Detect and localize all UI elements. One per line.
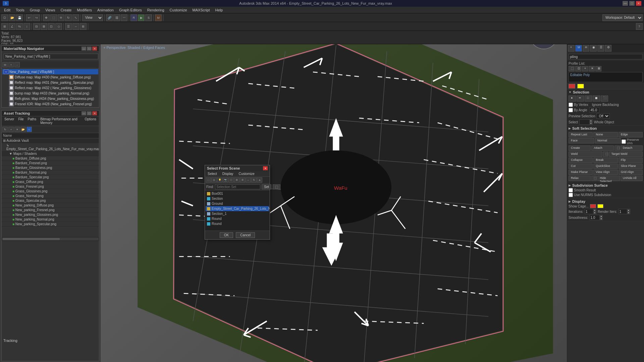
tree-item-root[interactable]: V New_Parking_mat [ VRayMtl ] (2, 69, 98, 74)
select-region-btn[interactable]: ⬚ (50, 14, 57, 21)
show-cage-swatch1[interactable] (590, 204, 596, 208)
dialog-cancel-btn[interactable]: Cancel (236, 232, 255, 238)
table-row[interactable]: ↳ Empty_Street_Car_Parking_26_Lots_New_F… (2, 143, 99, 152)
mirror-btn[interactable]: ↔ (72, 23, 79, 30)
scene-viewport[interactable]: WaFu (101, 44, 567, 362)
rp-tab-hierarchy[interactable]: H (583, 45, 589, 52)
minimize-btn[interactable]: — (623, 1, 628, 6)
reference-coord-dropdown[interactable]: View World Screen (82, 14, 103, 21)
workspace-dropdown[interactable]: Workspace: Default (602, 14, 643, 21)
table-row[interactable]: ■ New_parking_Specular.png Found (2, 222, 99, 227)
display-header[interactable]: ▶ Display (569, 199, 643, 204)
attach-list-btn[interactable]: ⬚ (614, 145, 620, 151)
border-btn[interactable]: □ (585, 96, 592, 102)
list-item[interactable]: Box001 (206, 191, 269, 196)
table-row[interactable]: ■ Bardure_Glossiness.png Found (2, 166, 99, 170)
menu-group[interactable]: Group (27, 7, 43, 13)
dialog-tb-9[interactable]: ⇅ (251, 177, 257, 183)
iterations-input[interactable] (585, 209, 593, 214)
by-vertex-input[interactable] (569, 103, 573, 107)
table-row[interactable]: ■ Grass_Specular.png Found (2, 198, 99, 203)
by-vertex-checkbox[interactable]: By Vertex Ignore Backfacing (569, 103, 643, 107)
asset-menu-paths[interactable]: Paths (26, 117, 39, 125)
asset-tb-5[interactable]: V (26, 127, 32, 132)
preserve-uvs-check[interactable]: Preserve UVs (622, 138, 643, 145)
menu-animation[interactable]: Animation (95, 7, 116, 13)
asset-scroll[interactable]: Name Status ⊞ Autodesk Vault Logged... ↳… (2, 133, 99, 237)
list-item[interactable]: Ground (206, 201, 269, 206)
table-row[interactable]: ■ Grass_Fresnel.png Found (2, 184, 99, 189)
repeat-last-btn[interactable]: Repeat Last (569, 132, 593, 137)
menu-modifiers[interactable]: Modifiers (74, 7, 95, 13)
relax-settings-btn[interactable]: ⬚ (591, 176, 597, 181)
rp-tab-utilities[interactable]: ⚙ (605, 45, 611, 52)
matmap-search-input[interactable] (4, 54, 98, 59)
snap-toggle-btn[interactable]: ⊞ (1, 23, 8, 30)
weld-btn[interactable]: Weld (569, 152, 602, 157)
table-row[interactable]: ■ New_parking_Glossines.png Found (2, 213, 99, 217)
rotate-btn[interactable]: ↻ (65, 14, 72, 21)
matmap-navigator-titlebar[interactable]: Material/Map Navigator — □ ✕ (2, 46, 99, 52)
quickslice-btn[interactable]: QuickSlice (593, 164, 618, 169)
dialog-filter-set-btn[interactable]: Set (262, 184, 271, 189)
close-btn[interactable]: ✕ (636, 1, 641, 6)
render-iters-down[interactable]: ▼ (627, 212, 630, 214)
named-sel-btn[interactable]: ☰ (65, 23, 72, 30)
list-item[interactable]: Round (206, 216, 269, 221)
edge-btn[interactable]: ━ (577, 96, 584, 102)
menu-maxscript[interactable]: MAXScript (190, 7, 213, 13)
asset-tb-1[interactable]: ↻ (2, 127, 8, 132)
tree-item-refr[interactable]: ⬜ Refr.gloss: Map #434 (New_parking_Glos… (2, 96, 98, 101)
dialog-tb-8[interactable]: ↔ (246, 177, 251, 183)
preview-dropdown[interactable]: Off Sub Multi (596, 113, 610, 119)
table-row[interactable]: ■ Grass_Glossines.png Found (2, 189, 99, 194)
move-btn[interactable]: ✛ (58, 14, 64, 21)
table-row[interactable]: ■ New_parking_Normal.png Found (2, 217, 99, 222)
attach-btn[interactable]: Attach (591, 145, 613, 151)
angle-value-input[interactable] (589, 107, 599, 113)
maximize-btn[interactable]: □ (629, 1, 635, 6)
by-angle-checkbox[interactable]: By Angle (569, 107, 643, 113)
matmap-restore-btn[interactable]: □ (87, 47, 92, 51)
list-item[interactable]: Empty_Street_Car_Parking_26_Lots_New_Fur (206, 206, 269, 211)
object-color-swatch[interactable] (569, 84, 575, 88)
target-weld-btn[interactable]: Target Weld (609, 152, 643, 157)
asset-menu-server[interactable]: Server (2, 117, 16, 125)
material-editor-btn[interactable]: M (155, 14, 162, 21)
quick-align-btn[interactable]: ⊠ (41, 23, 47, 30)
redo-btn[interactable]: ↪ (33, 14, 40, 21)
subdiv-header[interactable]: ▶ Subdivision Surface (569, 183, 643, 188)
asset-minimize-btn[interactable]: — (82, 111, 86, 115)
render-btn[interactable]: ▶ (138, 14, 145, 21)
dialog-tb-4[interactable]: 📷 (223, 177, 228, 183)
asset-close-btn[interactable]: ✕ (92, 111, 97, 115)
table-row[interactable]: ■ Grass_Normal.png Found (2, 194, 99, 198)
cut-btn[interactable]: Cut (569, 164, 593, 169)
rp-tab-create[interactable]: + (568, 45, 575, 52)
place-highlight-btn[interactable]: ◇ (55, 23, 62, 30)
asset-restore-btn[interactable]: □ (87, 111, 92, 115)
table-row[interactable]: ■ Grass_Diffuse.png Found (2, 180, 99, 184)
undo-btn[interactable]: ↩ (26, 14, 33, 21)
break-btn[interactable]: Break (593, 158, 618, 163)
table-row[interactable]: ■ New_parking_Diffuse.png Found (2, 203, 99, 208)
object-name-input[interactable] (569, 54, 643, 59)
dialog-tb-1[interactable]: ⬚ (206, 177, 211, 183)
make-planar-btn[interactable]: Make Planar (569, 170, 593, 175)
unhide-btn[interactable]: Unhide All (621, 176, 643, 181)
select-spinner-input[interactable] (579, 119, 589, 125)
dialog-menu-select[interactable]: Select (205, 171, 220, 176)
table-row[interactable]: ■ Bardure_Specular.png Found (2, 175, 99, 180)
smooth-result-check[interactable]: Smooth Result (569, 188, 643, 192)
list-item[interactable]: Section (206, 196, 269, 201)
smoothness-up[interactable]: ▲ (599, 215, 603, 218)
open-btn[interactable]: 📂 (9, 14, 15, 21)
grid-align-btn[interactable]: Grid Align (619, 170, 643, 175)
scale-btn[interactable]: ⤡ (72, 14, 79, 21)
dialog-tb-7[interactable]: ☰ (240, 177, 245, 183)
view-align-btn[interactable]: View Align (593, 170, 618, 175)
dialog-menu-display[interactable]: Display (220, 171, 236, 176)
detach-btn[interactable]: Detach (621, 145, 643, 151)
use-nurms-check[interactable]: Use NURMS Subdivision (569, 193, 643, 197)
matmap-btn-2[interactable]: + (8, 62, 14, 67)
